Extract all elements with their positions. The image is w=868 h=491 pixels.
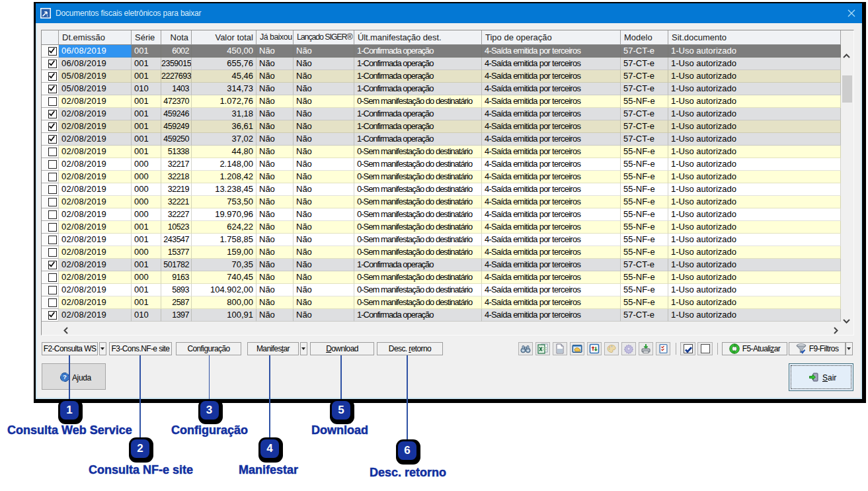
svg-text:?: ? — [63, 373, 67, 380]
